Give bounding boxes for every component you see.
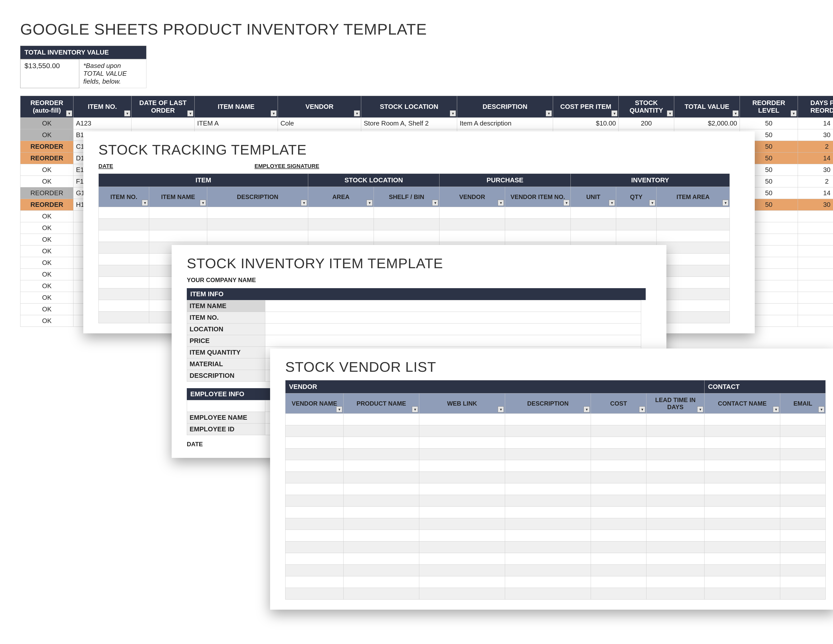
tracking-cell[interactable] [149, 219, 207, 230]
vendor-cell[interactable] [704, 576, 780, 588]
filter-dropdown-icon[interactable]: ▾ [450, 110, 456, 116]
vendor-cell[interactable] [646, 414, 704, 425]
vendor-cell[interactable] [419, 518, 505, 530]
vendor-cell[interactable] [344, 495, 419, 507]
days-cell[interactable] [798, 257, 833, 269]
vendor-cell[interactable] [344, 553, 419, 565]
item-field-value[interactable] [265, 335, 641, 347]
tracking-cell[interactable] [207, 207, 308, 219]
vendor-cell[interactable] [646, 425, 704, 437]
vendor-cell[interactable] [780, 530, 826, 541]
vendor-cell[interactable] [591, 553, 646, 565]
vendor-cell[interactable] [646, 437, 704, 449]
vendor-cell[interactable] [704, 483, 780, 495]
tracking-cell[interactable] [374, 219, 439, 230]
vendor-cell[interactable] [344, 483, 419, 495]
tracking-cell[interactable] [656, 265, 730, 277]
vendor-cell[interactable] [780, 449, 826, 460]
vendor-cell[interactable] [704, 425, 780, 437]
vendor-cell[interactable] [591, 437, 646, 449]
filter-dropdown-icon[interactable]: ▾ [187, 110, 193, 116]
vendor-cell[interactable] [646, 576, 704, 588]
tracking-cell[interactable] [505, 207, 571, 219]
vendor-cell[interactable] [505, 541, 591, 553]
tracking-cell[interactable] [99, 254, 149, 265]
filter-dropdown-icon[interactable]: ▾ [773, 406, 779, 412]
vendor-cell[interactable] [344, 518, 419, 530]
filter-dropdown-icon[interactable]: ▾ [722, 200, 728, 206]
vendor-cell[interactable] [780, 414, 826, 425]
filter-dropdown-icon[interactable]: ▾ [791, 110, 797, 116]
days-cell[interactable]: 2 [798, 141, 833, 153]
vendor-cell[interactable] [419, 460, 505, 472]
days-cell[interactable] [798, 315, 833, 327]
vendor-cell[interactable] [591, 507, 646, 518]
vendor-row[interactable] [286, 588, 826, 599]
vendor-cell[interactable] [505, 472, 591, 483]
vendor-cell[interactable] [646, 541, 704, 553]
vendor-cell[interactable] [704, 588, 780, 599]
days-cell[interactable] [798, 245, 833, 257]
vendor-cell[interactable] [344, 425, 419, 437]
track-col-3[interactable]: AREA▾ [308, 187, 374, 207]
vendor-col-6[interactable]: CONTACT NAME▾ [704, 393, 780, 414]
main-col-5[interactable]: STOCK LOCATION▾ [361, 96, 457, 118]
tracking-cell[interactable] [505, 219, 571, 230]
vendor-cell[interactable] [505, 553, 591, 565]
vendor-cell[interactable] [646, 588, 704, 599]
vendor-row[interactable] [286, 565, 826, 576]
vendor-row[interactable] [286, 437, 826, 449]
vendor-cell[interactable] [780, 588, 826, 599]
main-col-6[interactable]: DESCRIPTION▾ [457, 96, 553, 118]
tracking-cell[interactable] [308, 230, 374, 242]
track-col-8[interactable]: QTY▾ [616, 187, 656, 207]
vendor-cell[interactable] [344, 460, 419, 472]
filter-dropdown-icon[interactable]: ▾ [584, 406, 590, 412]
vendor-cell[interactable] [419, 472, 505, 483]
vendor-cell[interactable] [505, 437, 591, 449]
vendor-cell[interactable] [286, 588, 344, 599]
main-col-2[interactable]: DATE OF LAST ORDER▾ [132, 96, 195, 118]
vendor-cell[interactable] [591, 541, 646, 553]
tracking-cell[interactable] [99, 219, 149, 230]
vendor-cell[interactable] [780, 460, 826, 472]
filter-dropdown-icon[interactable]: ▾ [611, 110, 618, 116]
vendor-cell[interactable] [419, 565, 505, 576]
vendor-cell[interactable] [704, 449, 780, 460]
filter-dropdown-icon[interactable]: ▾ [697, 406, 703, 412]
total-cell[interactable]: $2,000.00 [674, 118, 740, 129]
vendor-row[interactable] [286, 495, 826, 507]
filter-dropdown-icon[interactable]: ▾ [667, 110, 673, 116]
vendor-cell[interactable] [286, 414, 344, 425]
tracking-cell[interactable] [571, 207, 616, 219]
main-col-7[interactable]: COST PER ITEM▾ [553, 96, 619, 118]
tracking-cell[interactable] [656, 300, 730, 312]
filter-dropdown-icon[interactable]: ▾ [432, 200, 438, 206]
tracking-row[interactable] [99, 230, 730, 242]
filter-dropdown-icon[interactable]: ▾ [200, 200, 206, 206]
main-col-10[interactable]: REORDER LEVEL▾ [740, 96, 798, 118]
item-field-value[interactable] [265, 300, 641, 312]
vendor-cell[interactable] [344, 530, 419, 541]
vendor-cell[interactable] [646, 472, 704, 483]
tracking-cell[interactable] [207, 230, 308, 242]
vendor-cell[interactable] [646, 530, 704, 541]
tracking-cell[interactable] [656, 219, 730, 230]
vendor-col-7[interactable]: EMAIL▾ [780, 393, 826, 414]
main-col-8[interactable]: STOCK QUANTITY▾ [619, 96, 674, 118]
vendor-cell[interactable] [344, 565, 419, 576]
track-col-2[interactable]: DESCRIPTION▾ [207, 187, 308, 207]
vendor-cell[interactable] [505, 530, 591, 541]
vendor-cell[interactable] [419, 588, 505, 599]
vendor-col-1[interactable]: PRODUCT NAME▾ [344, 393, 419, 414]
vendor-col-4[interactable]: COST▾ [591, 393, 646, 414]
date-cell[interactable] [132, 118, 195, 129]
main-col-11[interactable]: DAYS PER REORDER▾ [798, 96, 833, 118]
item-name-cell[interactable]: ITEM A [195, 118, 278, 129]
tracking-cell[interactable] [439, 230, 505, 242]
vendor-cell[interactable] [646, 460, 704, 472]
tracking-cell[interactable] [439, 219, 505, 230]
vendor-col-0[interactable]: VENDOR NAME▾ [286, 393, 344, 414]
item-field-value[interactable] [265, 312, 641, 324]
track-col-1[interactable]: ITEM NAME▾ [149, 187, 207, 207]
